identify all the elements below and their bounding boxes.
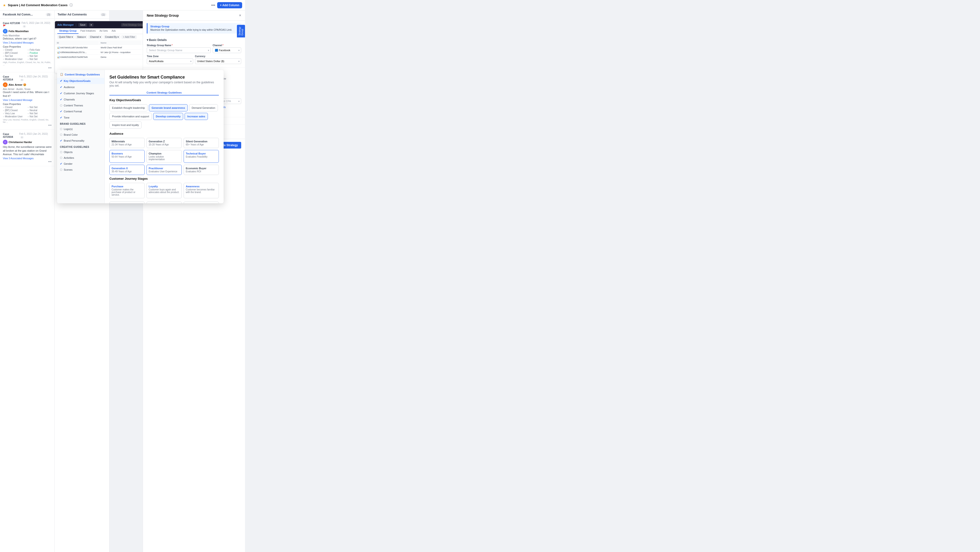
sidebar-item-logos[interactable]: Logo(s) [57,126,104,132]
stage-awareness[interactable]: Awareness Customer becomes familiar with… [184,183,219,198]
view-messages-link[interactable]: View 2 Associated Messages [3,41,52,44]
radio-icon [60,104,62,107]
case-prop: ○ [BP] Closed [3,109,27,112]
ads-nav-ads[interactable]: Ads [110,28,118,34]
sidebar-item-channels[interactable]: ✔ Channels [57,96,104,102]
creative-guidelines-label: Creative Guidelines [57,144,104,149]
case-prop: ○ Not Set [28,115,52,118]
col-header-id: ID [56,41,99,45]
section-title-basic-details: ▾ Basic Details [147,38,241,41]
facebook-column-header: Facebook Ad Comm... (3) [0,11,54,19]
sidebar-item-audience[interactable]: ✔ Audience [57,84,104,90]
radio-icon [60,134,62,136]
case-prop: ○ Not Set [28,106,52,108]
goal-develop-community[interactable]: Develop community [153,113,183,120]
ads-dropdown-button[interactable]: ▾ [89,23,94,27]
case-card-272034[interactable]: Case #272034 Feb 5, 2022 (Jan 24, 2022) … [0,130,54,166]
table-row[interactable]: 📊 6407de5d11d9719c4da7954 World Class Pa… [56,45,154,50]
main-area: Facebook Ad Comm... (3) Case #271330 🚩 F… [0,11,245,552]
sidebar-item-activities[interactable]: Activities [57,155,104,161]
add-column-button[interactable]: + Add Column [217,2,242,8]
stage-ownership[interactable]: Ownership Customer uses the product seek… [110,202,145,203]
audience-technical-buyer[interactable]: Technical Buyer Evaluates Feasibility [184,150,219,163]
case-prop: ○ Closed [3,106,27,108]
case-date: Feb 5, 2022 (Jan 24, 2022) [19,75,48,78]
audience-generation-x[interactable]: Generation X 35-49 Years of Age [110,165,145,175]
sidebar-item-gender[interactable]: ✔ Gender [57,161,104,167]
case-prop: ○ Not Set [28,55,52,57]
view-messages-link[interactable]: View 3 Associated Messages [3,157,52,160]
currency-select[interactable]: United States Dollar ($) [195,58,242,64]
case-username: Christianne Harder [9,141,32,144]
audience-section-title: Audience [110,132,219,136]
goal-thought-leadership[interactable]: Establish thought leadership [110,104,148,112]
case-card-271330[interactable]: Case #271330 🚩 Feb 5, 2022 (Jan 19, 2022… [0,19,54,72]
ads-save-button[interactable]: Save [78,23,87,27]
sidebar-item-content-themes[interactable]: Content Themes [57,102,104,108]
timezone-select[interactable]: Asia/Kolkata [147,58,193,64]
audience-economic-buyer[interactable]: Economic Buyer Evaluates ROI [184,165,219,175]
col-header-name: Name [99,41,141,45]
audience-practitioner[interactable]: Practitioner Evaluates User Experience [146,165,182,175]
goal-inspire-trust[interactable]: Inspire trust and loyalty [110,121,142,129]
audience-generation-z[interactable]: Generation Z 15-20 Years of Age [146,138,182,148]
more-icon[interactable]: ••• [3,66,52,70]
twitter-column-header: Twitter Ad Comments (1) [55,11,109,19]
strategy-close-button[interactable]: × [239,13,241,18]
sidebar-item-scenes[interactable]: Scenes [57,167,104,172]
audience-millennials[interactable]: Millennials 21-34 Years of Age [110,138,145,148]
stage-purchase[interactable]: Purchase Customer makes the purchase of … [110,183,145,198]
sidebar-item-key-objectives[interactable]: ✔ Key Objectives/Goals [57,78,104,84]
status-filter-button[interactable]: Status ▾ [75,35,87,39]
label-channel: Channel * [213,44,241,47]
row-name: Demo [99,55,141,59]
view-messages-link[interactable]: View 1 Associated Message [3,99,52,101]
info-icon[interactable]: ⓘ [70,3,73,7]
goal-increase-sales[interactable]: Increase sales [185,113,208,120]
channel-filter-button[interactable]: Channel ▾ [88,35,102,39]
quick-filter-button[interactable]: Quick Filter ▾ [57,35,75,39]
case-prop: ○ [BP] Closed [3,52,27,54]
case-handle: Alec Armer · Austin, Texas [3,88,52,91]
stage-consideration[interactable]: Consideration Customer considers whether… [184,202,219,203]
channel-select[interactable]: 🟦 Facebook [213,47,241,53]
audience-silent-generation[interactable]: Silent Generation 65+ Years of Age [184,138,219,148]
goal-brand-awareness[interactable]: Generate brand awareness [149,104,188,112]
case-card-272014[interactable]: Case #272014 Feb 5, 2022 (Jan 24, 2022) … [0,72,54,130]
add-filter-button[interactable]: + Add Filter [121,35,137,39]
sidebar-item-brand-color[interactable]: Brand Color [57,132,104,137]
sidebar-item-brand-personality[interactable]: ✔ Brand Personality [57,137,104,144]
case-tags: High, Positive, English, Closed, No, No,… [3,61,52,66]
goal-information-support[interactable]: Provide information and support [110,113,152,120]
more-options-icon[interactable]: ••• [211,3,215,7]
stage-experience[interactable]: Experience Customer tries out the produc… [146,202,182,203]
sidebar-item-customer-journey[interactable]: ✔ Customer Journey Stages [57,90,104,96]
table-row[interactable]: 📊 63eb8251b3f92570e5fd7945 Demo Ac [56,55,154,59]
goal-demand-generation[interactable]: Demand Generation [189,104,218,112]
group-name-select[interactable]: Select Strategy Group Name [147,47,211,53]
star-icon[interactable]: ★ [3,3,6,7]
sidebar-item-tone[interactable]: ✔ Tone [57,115,104,121]
ads-nav-paid-initiatives[interactable]: Paid Initiatives [78,28,97,34]
table-row[interactable]: 📊 63f9096dc8864a0c2f373c... NY Jets Q2 P… [56,50,154,54]
strategy-group-tab[interactable]: StrategyGroup [237,25,245,37]
sidebar-item-content-format[interactable]: ✔ Content Format [57,108,104,115]
facebook-cases-column: Facebook Ad Comm... (3) Case #271330 🚩 F… [0,11,55,552]
case-date: Feb 5, 2022 (Jan 24, 2022) [19,132,48,135]
more-icon[interactable]: ••• [3,123,52,127]
more-icon[interactable]: ••• [3,160,52,164]
ads-manager-topbar: Ads Manager | Save ▾ [55,21,154,28]
ads-nav-strategy-group[interactable]: Strategy Group [57,28,78,34]
audience-champion[interactable]: Champion Looks solution implementation [146,150,182,163]
ads-manager-panel: Ads Manager | Save ▾ Strategy Group Paid… [55,21,154,73]
strategy-info-bar: Strategy Group Maximize the Optimization… [147,23,241,34]
case-username: Alec Armer 🤩 [9,83,26,86]
sidebar-item-objects[interactable]: Objects [57,149,104,155]
created-by-filter-button[interactable]: Created By ▾ [103,35,121,39]
ads-nav-ad-sets[interactable]: Ad Sets [97,28,110,34]
audience-boomers[interactable]: Boomers 50-64 Years of Age [110,150,145,163]
check-icon: ✔ [60,110,62,113]
twitter-case-count: (1) [100,13,106,16]
stage-loyalty[interactable]: Loyalty Customer buys again and advocate… [146,183,182,198]
check-icon: ✔ [60,92,62,95]
